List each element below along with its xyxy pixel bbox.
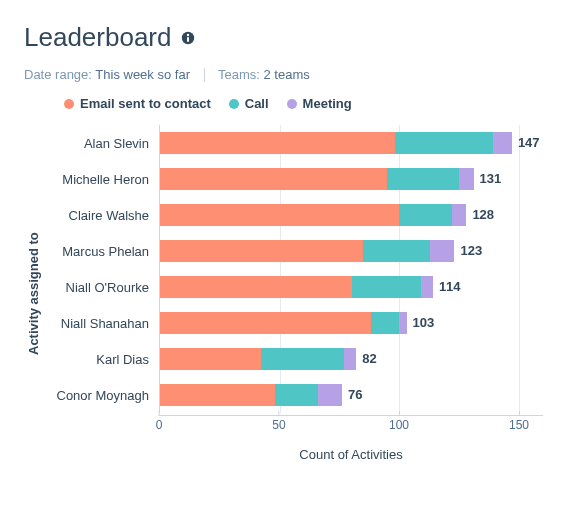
category-label: Claire Walshe <box>41 208 159 223</box>
stacked-bar[interactable] <box>160 132 543 154</box>
svg-point-1 <box>187 33 189 35</box>
bar-total: 147 <box>512 132 540 154</box>
plot-area: 114 <box>159 269 543 305</box>
date-range-label: Date range: <box>24 67 92 82</box>
legend-label: Call <box>245 96 269 111</box>
bar-total: 103 <box>407 312 435 334</box>
teams-value: 2 teams <box>264 67 310 82</box>
meta-separator <box>204 68 205 82</box>
chart-row: Niall O'Rourke114 <box>41 269 543 305</box>
bar-total: 123 <box>454 240 482 262</box>
legend-item[interactable]: Meeting <box>287 96 352 111</box>
category-label: Niall O'Rourke <box>41 280 159 295</box>
chart: Activity assigned to Alan Slevin147Miche… <box>24 125 543 462</box>
legend-item[interactable]: Email sent to contact <box>64 96 211 111</box>
chart-body: Alan Slevin147Michelle Heron131Claire Wa… <box>41 125 543 462</box>
bar-segment[interactable] <box>160 168 387 190</box>
bar-segment[interactable] <box>493 132 512 154</box>
bar-total: 128 <box>466 204 494 226</box>
x-tick: 50 <box>272 411 285 432</box>
bar-segment[interactable] <box>160 276 352 298</box>
x-axis: 050100150 <box>41 415 543 443</box>
chart-legend: Email sent to contact Call Meeting <box>64 96 543 111</box>
stacked-bar[interactable] <box>160 240 543 262</box>
stacked-bar[interactable] <box>160 276 543 298</box>
bar-total: 82 <box>356 348 376 370</box>
category-label: Marcus Phelan <box>41 244 159 259</box>
stacked-bar[interactable] <box>160 348 543 370</box>
bar-segment[interactable] <box>395 132 493 154</box>
title-text: Leaderboard <box>24 22 171 53</box>
legend-label: Email sent to contact <box>80 96 211 111</box>
category-label: Alan Slevin <box>41 136 159 151</box>
filter-summary: Date range: This week so far Teams: 2 te… <box>24 67 543 82</box>
leaderboard-card: Leaderboard Date range: This week so far… <box>0 0 567 520</box>
bar-segment[interactable] <box>387 168 459 190</box>
chart-rows: Alan Slevin147Michelle Heron131Claire Wa… <box>41 125 543 413</box>
x-tick: 150 <box>509 411 529 432</box>
legend-swatch-email <box>64 99 74 109</box>
bar-segment[interactable] <box>363 240 430 262</box>
svg-rect-2 <box>187 37 189 42</box>
chart-row: Marcus Phelan123 <box>41 233 543 269</box>
x-tick: 0 <box>156 411 163 432</box>
plot-area: 82 <box>159 341 543 377</box>
y-axis-label: Activity assigned to <box>24 125 41 462</box>
category-label: Conor Moynagh <box>41 388 159 403</box>
legend-item[interactable]: Call <box>229 96 269 111</box>
bar-total: 76 <box>342 384 362 406</box>
bar-segment[interactable] <box>399 312 406 334</box>
bar-segment[interactable] <box>160 312 371 334</box>
bar-total: 114 <box>433 276 461 298</box>
legend-swatch-meeting <box>287 99 297 109</box>
bar-segment[interactable] <box>261 348 345 370</box>
category-label: Michelle Heron <box>41 172 159 187</box>
plot-area: 103 <box>159 305 543 341</box>
plot-area: 147 <box>159 125 543 161</box>
plot-area: 131 <box>159 161 543 197</box>
bar-segment[interactable] <box>160 240 363 262</box>
bar-segment[interactable] <box>352 276 421 298</box>
bar-segment[interactable] <box>160 204 399 226</box>
legend-swatch-call <box>229 99 239 109</box>
bar-segment[interactable] <box>430 240 454 262</box>
page-title: Leaderboard <box>24 22 543 53</box>
bar-segment[interactable] <box>452 204 466 226</box>
bar-segment[interactable] <box>160 132 395 154</box>
chart-row: Karl Dias82 <box>41 341 543 377</box>
bar-segment[interactable] <box>421 276 433 298</box>
bar-segment[interactable] <box>344 348 356 370</box>
plot-area: 128 <box>159 197 543 233</box>
date-range-value: This week so far <box>95 67 190 82</box>
stacked-bar[interactable] <box>160 312 543 334</box>
bar-segment[interactable] <box>371 312 400 334</box>
bar-segment[interactable] <box>160 384 275 406</box>
plot-area: 76 <box>159 377 543 413</box>
chart-row: Conor Moynagh76 <box>41 377 543 413</box>
bar-total: 131 <box>474 168 502 190</box>
category-label: Niall Shanahan <box>41 316 159 331</box>
chart-row: Niall Shanahan103 <box>41 305 543 341</box>
x-tick: 100 <box>389 411 409 432</box>
x-axis-scale: 050100150 <box>159 415 543 443</box>
legend-label: Meeting <box>303 96 352 111</box>
bar-segment[interactable] <box>160 348 261 370</box>
x-axis-label: Count of Activities <box>41 447 543 462</box>
chart-row: Claire Walshe128 <box>41 197 543 233</box>
teams-label: Teams: <box>218 67 260 82</box>
chart-row: Alan Slevin147 <box>41 125 543 161</box>
bar-segment[interactable] <box>459 168 473 190</box>
chart-row: Michelle Heron131 <box>41 161 543 197</box>
bar-segment[interactable] <box>399 204 452 226</box>
plot-area: 123 <box>159 233 543 269</box>
bar-segment[interactable] <box>318 384 342 406</box>
info-icon[interactable] <box>181 31 195 45</box>
category-label: Karl Dias <box>41 352 159 367</box>
bar-segment[interactable] <box>275 384 318 406</box>
